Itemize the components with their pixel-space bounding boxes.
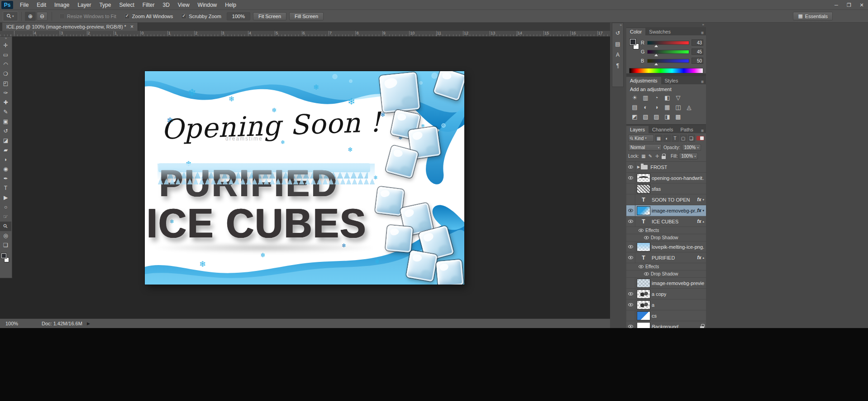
zoom-all-windows-checkbox[interactable]: Zoom All Windows xyxy=(124,14,173,19)
layer-thumbnail[interactable] xyxy=(637,174,650,182)
menu-item[interactable]: File xyxy=(16,0,33,10)
document-canvas[interactable]: Opening Soon ! dreamstime PURIFIED ICE C… xyxy=(145,71,464,285)
fx-collapse-icon[interactable]: ▾ xyxy=(702,198,704,202)
layer-thumbnail[interactable] xyxy=(637,207,650,215)
channel-value[interactable]: 50 xyxy=(692,58,703,64)
channel-value[interactable]: 45 xyxy=(692,48,703,55)
zoom-out-button[interactable]: ⊖ xyxy=(37,12,48,21)
filter-adjustment-layers-icon[interactable]: ◐ xyxy=(663,135,671,142)
tab-adjustments[interactable]: Adjustments xyxy=(626,77,661,84)
layer-visibility-eye-icon[interactable] xyxy=(626,205,635,216)
tab-close-icon[interactable]: × xyxy=(130,24,134,30)
menu-item[interactable]: Type xyxy=(95,0,115,10)
curves-icon[interactable]: ◔ xyxy=(652,93,661,102)
blend-mode-dropdown[interactable]: Normal ▾ xyxy=(628,144,662,151)
exposure-icon[interactable]: ◧ xyxy=(663,93,672,102)
menu-item[interactable]: Help xyxy=(221,0,240,10)
channel-slider[interactable] xyxy=(647,41,689,45)
screen-mode[interactable]: ❏ xyxy=(0,241,11,250)
layer-filter-toggle[interactable] xyxy=(696,136,704,140)
gradient-tool[interactable]: ▰ xyxy=(0,145,11,155)
workspace-switcher[interactable]: ▦ Essentials xyxy=(793,12,833,20)
levels-icon[interactable]: ▥ xyxy=(641,93,650,102)
zoom-tool-preset[interactable]: ⚲ ▾ xyxy=(3,11,18,21)
layer-row-image-removebg-preview[interactable]: image-removebg-preview xyxy=(626,278,706,289)
layer-visibility-eye-icon[interactable] xyxy=(626,289,635,299)
layer-row-background[interactable]: Background xyxy=(626,321,706,328)
canvas-area[interactable]: Opening Soon ! dreamstime PURIFIED ICE C… xyxy=(0,37,610,319)
fx-badge[interactable]: fx xyxy=(697,208,701,213)
layer-row-drop-shadow[interactable]: Drop Shadow xyxy=(626,234,706,242)
lasso-tool[interactable]: ◠ xyxy=(0,60,11,69)
layer-visibility-empty[interactable] xyxy=(626,184,635,194)
channel-slider[interactable] xyxy=(647,50,689,54)
menu-item[interactable]: Select xyxy=(115,0,138,10)
character-icon[interactable]: A xyxy=(612,49,623,60)
tab-color[interactable]: Color xyxy=(626,28,645,35)
history-brush-tool[interactable]: ↺ xyxy=(0,126,11,136)
slider-thumb-icon[interactable] xyxy=(654,63,658,65)
fx-collapse-icon[interactable]: ▴ xyxy=(702,256,704,260)
fit-screen-button[interactable]: Fit Screen xyxy=(253,12,286,20)
fill-dropdown[interactable]: 100% ▾ xyxy=(679,153,698,159)
selective-color-icon[interactable]: ▩ xyxy=(673,112,683,121)
slider-thumb-icon[interactable] xyxy=(654,54,658,56)
document-size-info[interactable]: Doc: 1.42M/16.6M xyxy=(42,321,82,326)
properties-icon[interactable]: ▤ xyxy=(612,39,623,49)
fx-collapse-icon[interactable]: ▾ xyxy=(702,209,704,213)
photo-filter-icon[interactable]: ▦ xyxy=(663,103,672,111)
text-layer-thumbnail[interactable]: T xyxy=(637,255,650,261)
layer-row-lovepik-melting-ice-png[interactable]: lovepik-melting-ice-png... xyxy=(626,242,706,252)
layer-row-opening-soon-handwrit[interactable]: opening-soon-handwrit... xyxy=(626,173,706,184)
brightness-contrast-icon[interactable]: ☀ xyxy=(630,93,639,102)
panel-menu-icon[interactable]: ≡ xyxy=(701,30,706,35)
layer-thumbnail[interactable] xyxy=(637,279,650,287)
layer-visibility-eye-icon[interactable] xyxy=(636,227,645,234)
layer-row-sfas[interactable]: sfas xyxy=(626,184,706,194)
zoom-level-field[interactable]: 100% xyxy=(5,321,24,326)
fx-badge[interactable]: fx xyxy=(697,255,701,260)
fx-badge[interactable]: fx xyxy=(697,197,701,202)
menu-item[interactable]: 3D xyxy=(158,0,173,10)
document-tab[interactable]: ICE.psd @ 100% (image-removebg-preview, … xyxy=(2,23,138,31)
zoom-in-button[interactable]: ⊕ xyxy=(25,12,36,21)
horizontal-ruler[interactable]: 432101234567891011121314151617 xyxy=(0,31,610,37)
color-spectrum-ramp[interactable] xyxy=(629,68,703,73)
actual-pixels-button[interactable]: 100% xyxy=(227,12,250,20)
fx-badge[interactable]: fx xyxy=(697,219,701,224)
layer-visibility-eye-icon[interactable] xyxy=(642,271,651,277)
layer-thumbnail[interactable] xyxy=(637,312,650,320)
tools-collapse-icon[interactable]: » xyxy=(0,37,12,41)
lock-all-icon[interactable] xyxy=(662,156,666,159)
layer-visibility-eye-icon[interactable] xyxy=(626,216,635,227)
filter-pixel-layers-icon[interactable]: ▦ xyxy=(655,135,663,142)
black-white-icon[interactable]: ◑ xyxy=(652,103,661,111)
quick-selection-tool[interactable]: ❍ xyxy=(0,69,11,79)
maximize-button[interactable]: ❐ xyxy=(843,0,855,10)
layer-row-a-copy[interactable]: a copy xyxy=(626,289,706,300)
layer-visibility-eye-icon[interactable] xyxy=(626,162,635,172)
close-button[interactable]: ✕ xyxy=(855,0,868,10)
resize-windows-checkbox[interactable]: Resize Windows to Fit xyxy=(59,14,116,19)
channel-value[interactable]: 43 xyxy=(692,39,703,46)
layer-row-ice-cubes[interactable]: TICE CUBESfx▴ xyxy=(626,216,706,227)
panel-menu-icon[interactable]: ≡ xyxy=(701,128,706,133)
invert-icon[interactable]: ◩ xyxy=(630,112,639,121)
fx-collapse-icon[interactable]: ▴ xyxy=(702,220,704,223)
posterize-icon[interactable]: ▧ xyxy=(641,112,650,121)
crop-tool[interactable]: ◰ xyxy=(0,79,11,88)
color-balance-icon[interactable]: ◐ xyxy=(641,103,650,111)
eraser-tool[interactable]: ◪ xyxy=(0,136,11,145)
path-selection-tool[interactable]: ▶ xyxy=(0,193,11,203)
layer-thumbnail[interactable] xyxy=(637,185,650,193)
layer-thumbnail[interactable] xyxy=(637,301,650,309)
menu-item[interactable]: Edit xyxy=(33,0,50,10)
quick-mask-mode[interactable]: ◎ xyxy=(0,231,11,241)
shape-tool[interactable]: ○ xyxy=(0,203,11,212)
menu-item[interactable]: Filter xyxy=(138,0,159,10)
eyedropper-tool[interactable]: ✑ xyxy=(0,88,11,98)
brush-tool[interactable]: ✎ xyxy=(0,107,11,117)
slider-thumb-icon[interactable] xyxy=(654,45,658,47)
channel-slider[interactable] xyxy=(647,59,689,63)
type-tool[interactable]: T xyxy=(0,184,11,193)
